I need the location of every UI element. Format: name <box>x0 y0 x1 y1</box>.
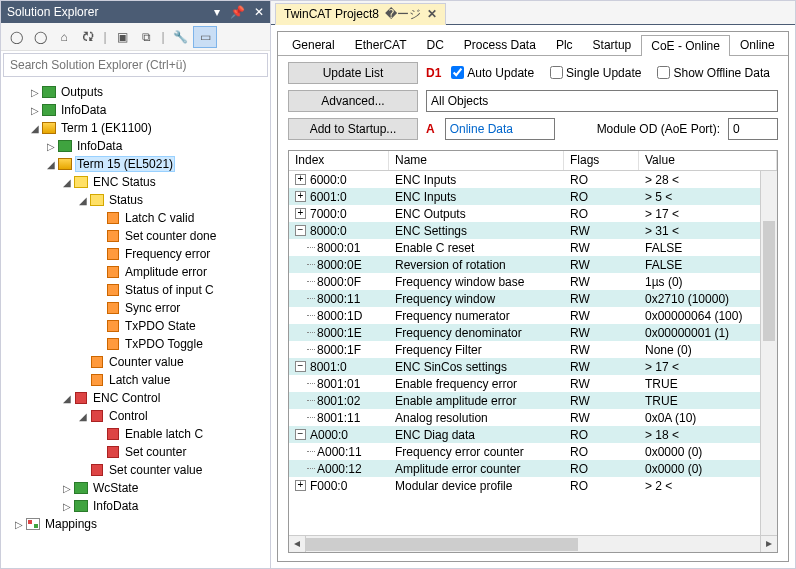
table-row[interactable]: 8001:01Enable frequency errorRWTRUE <box>289 375 777 392</box>
refresh-icon[interactable]: 🗘 <box>77 26 99 48</box>
expand-icon[interactable]: ◢ <box>29 123 41 134</box>
table-row[interactable]: 8000:01Enable C resetRWFALSE <box>289 239 777 256</box>
tree-item[interactable]: ▷InfoData <box>3 101 268 119</box>
expand-icon[interactable]: + <box>295 191 306 202</box>
home-icon[interactable]: ⌂ <box>53 26 75 48</box>
module-od-input[interactable] <box>728 118 778 140</box>
table-row[interactable]: 8000:0FFrequency window baseRW1µs (0) <box>289 273 777 290</box>
add-to-startup-button[interactable]: Add to Startup... <box>288 118 418 140</box>
tab-ethercat[interactable]: EtherCAT <box>345 34 417 55</box>
table-row[interactable]: 8000:1DFrequency numeratorRW0x00000064 (… <box>289 307 777 324</box>
doc-tab[interactable]: TwinCAT Project8 �ージ ✕ <box>275 3 446 25</box>
pin-icon[interactable]: �ージ <box>385 6 421 23</box>
tree-item[interactable]: ▷InfoData <box>3 497 268 515</box>
single-update-checkbox[interactable]: Single Update <box>550 66 641 80</box>
tree-item[interactable]: ◢Term 15 (EL5021) <box>3 155 268 173</box>
table-row[interactable]: A000:11Frequency error counterRO0x0000 (… <box>289 443 777 460</box>
tree-item[interactable]: ◢Status <box>3 191 268 209</box>
table-row[interactable]: 8001:02Enable amplitude errorRWTRUE <box>289 392 777 409</box>
collapse-icon[interactable]: − <box>295 361 306 372</box>
expand-icon[interactable]: ▷ <box>61 483 73 494</box>
col-index[interactable]: Index <box>289 151 389 170</box>
properties-icon[interactable]: 🔧 <box>169 26 191 48</box>
pin-icon[interactable]: 📌 <box>230 5 245 19</box>
table-row[interactable]: 8000:0EReversion of rotationRWFALSE <box>289 256 777 273</box>
grid-body[interactable]: +6000:0ENC InputsRO> 28 <+6001:0ENC Inpu… <box>289 171 777 535</box>
tree-item[interactable]: TxPDO Toggle <box>3 335 268 353</box>
tree-item[interactable]: Latch value <box>3 371 268 389</box>
solution-tree[interactable]: ▷Outputs▷InfoData◢Term 1 (EK1100)▷InfoDa… <box>1 79 270 568</box>
show-all-icon[interactable]: ▭ <box>193 26 217 48</box>
back-icon[interactable]: ◯ <box>5 26 27 48</box>
tree-item[interactable]: Set counter value <box>3 461 268 479</box>
tree-item[interactable]: ▷Outputs <box>3 83 268 101</box>
tree-item[interactable]: Counter value <box>3 353 268 371</box>
expand-icon[interactable]: ◢ <box>45 159 57 170</box>
expand-icon[interactable]: ◢ <box>77 195 89 206</box>
expand-icon[interactable]: ▷ <box>61 501 73 512</box>
tree-item[interactable]: ▷Mappings <box>3 515 268 533</box>
col-value[interactable]: Value <box>639 151 777 170</box>
tree-item[interactable]: Frequency error <box>3 245 268 263</box>
table-row[interactable]: −8001:0ENC SinCos settingsCRW> 17 < <box>289 358 777 375</box>
col-flags[interactable]: Flags <box>564 151 639 170</box>
expand-icon[interactable]: + <box>295 208 306 219</box>
tree-item[interactable]: ▷InfoData <box>3 137 268 155</box>
forward-icon[interactable]: ◯ <box>29 26 51 48</box>
tree-item[interactable]: Status of input C <box>3 281 268 299</box>
expand-icon[interactable]: + <box>295 174 306 185</box>
tree-item[interactable]: Latch C valid <box>3 209 268 227</box>
show-offline-checkbox[interactable]: Show Offline Data <box>657 66 770 80</box>
tree-item[interactable]: ◢Control <box>3 407 268 425</box>
online-data-field[interactable] <box>445 118 555 140</box>
scroll-left-icon[interactable]: ◂ <box>289 536 306 552</box>
sync-icon[interactable]: ▣ <box>111 26 133 48</box>
tree-item[interactable]: Set counter <box>3 443 268 461</box>
col-name[interactable]: Name <box>389 151 564 170</box>
collapse-icon[interactable]: ⧉ <box>135 26 157 48</box>
table-row[interactable]: 8000:1FFrequency FilterRWNone (0) <box>289 341 777 358</box>
dropdown-icon[interactable]: ▾ <box>214 5 220 19</box>
expand-icon[interactable]: ▷ <box>13 519 25 530</box>
tab-startup[interactable]: Startup <box>583 34 642 55</box>
tree-item[interactable]: TxPDO State <box>3 317 268 335</box>
tree-item[interactable]: Set counter done <box>3 227 268 245</box>
update-list-button[interactable]: Update List <box>288 62 418 84</box>
expand-icon[interactable]: ◢ <box>61 393 73 404</box>
tree-item[interactable]: ◢Term 1 (EK1100) <box>3 119 268 137</box>
close-icon[interactable]: ✕ <box>254 5 264 19</box>
table-row[interactable]: +7000:0ENC OutputsRO> 17 < <box>289 205 777 222</box>
expand-icon[interactable]: ◢ <box>77 411 89 422</box>
scroll-right-icon[interactable]: ▸ <box>760 536 777 552</box>
expand-icon[interactable]: ▷ <box>45 141 57 152</box>
close-icon[interactable]: ✕ <box>427 7 437 21</box>
table-row[interactable]: 8001:11Analog resolutionRW0x0A (10) <box>289 409 777 426</box>
tree-item[interactable]: Amplitude error <box>3 263 268 281</box>
tab-coe-online[interactable]: CoE - Online <box>641 35 730 56</box>
tree-item[interactable]: Sync error <box>3 299 268 317</box>
tree-item[interactable]: Enable latch C <box>3 425 268 443</box>
advanced-button[interactable]: Advanced... <box>288 90 418 112</box>
tab-general[interactable]: General <box>282 34 345 55</box>
tab-plc[interactable]: Plc <box>546 34 583 55</box>
table-row[interactable]: −A000:0ENC Diag dataDRO> 18 < <box>289 426 777 443</box>
table-row[interactable]: A000:12Amplitude error counterRO0x0000 (… <box>289 460 777 477</box>
tree-item[interactable]: ◢ENC Control <box>3 389 268 407</box>
auto-update-checkbox[interactable]: Auto Update <box>451 66 534 80</box>
tab-dc[interactable]: DC <box>417 34 454 55</box>
tab-online[interactable]: Online <box>730 34 785 55</box>
table-row[interactable]: 8000:11Frequency windowRW0x2710 (10000) <box>289 290 777 307</box>
all-objects-field[interactable] <box>426 90 778 112</box>
horizontal-scrollbar[interactable]: ◂ ▸ <box>289 535 777 552</box>
collapse-icon[interactable]: − <box>295 429 306 440</box>
expand-icon[interactable]: ▷ <box>29 105 41 116</box>
expand-icon[interactable]: + <box>295 480 306 491</box>
expand-icon[interactable]: ◢ <box>61 177 73 188</box>
table-row[interactable]: +6001:0ENC InputsRO> 5 < <box>289 188 777 205</box>
search-input[interactable] <box>3 53 268 77</box>
table-row[interactable]: 8000:1EFrequency denominatorRW0x00000001… <box>289 324 777 341</box>
tree-item[interactable]: ▷WcState <box>3 479 268 497</box>
collapse-icon[interactable]: − <box>295 225 306 236</box>
table-row[interactable]: +F000:0Modular device profileRO> 2 < <box>289 477 777 494</box>
tree-item[interactable]: ◢ENC Status <box>3 173 268 191</box>
